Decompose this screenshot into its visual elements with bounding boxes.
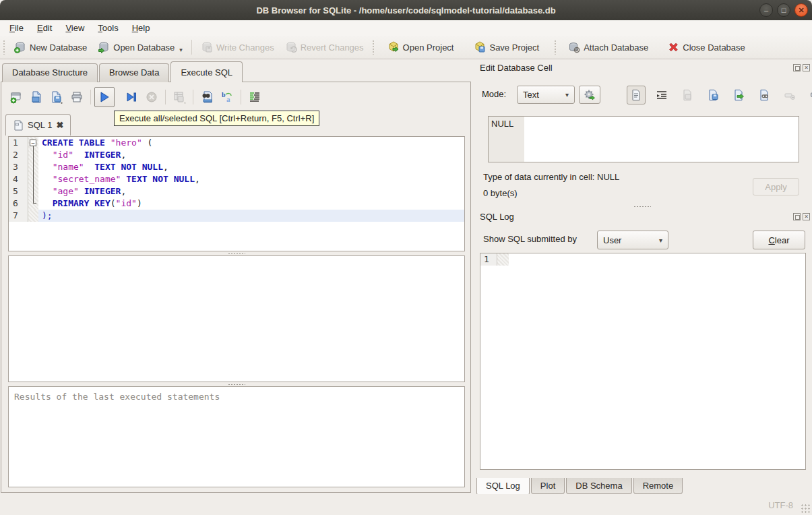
- fold-guide: [33, 173, 34, 185]
- code-text: "id" INTEGER,: [38, 149, 464, 161]
- menu-help[interactable]: Help: [125, 22, 157, 34]
- print-icon: [70, 90, 84, 104]
- chevron-down-icon: ▾: [565, 91, 569, 98]
- execute-sql-tooltip: Execute all/selected SQL [Ctrl+Return, F…: [114, 111, 319, 126]
- cell-value-editor[interactable]: NULL: [488, 116, 799, 162]
- fold-column[interactable]: [28, 149, 38, 161]
- new-sql-tab-button[interactable]: [6, 87, 26, 107]
- execute-current-line-button[interactable]: [121, 87, 142, 107]
- toolbar-handle[interactable]: [3, 40, 6, 55]
- tab-execute-sql[interactable]: Execute SQL: [170, 61, 243, 82]
- sql-tab-label: SQL 1: [28, 120, 52, 130]
- code-line: 1 − CREATE TABLE "hero" (: [9, 137, 464, 149]
- open-sql-file-button[interactable]: [26, 87, 46, 107]
- sql-document-icon: [13, 120, 24, 131]
- log-filter-value: User: [603, 235, 621, 245]
- log-filter-label: Show SQL submitted by: [483, 234, 577, 244]
- splitter-handle-icon: [228, 384, 245, 386]
- results-message[interactable]: Results of the last executed statements: [8, 386, 465, 487]
- save-project-label: Save Project: [489, 42, 539, 53]
- fold-guide: [33, 149, 34, 161]
- print-cell-button[interactable]: [806, 86, 812, 104]
- float-panel-icon[interactable]: [793, 213, 801, 220]
- gear-apply-icon: [584, 89, 596, 101]
- new-database-button[interactable]: New Database: [9, 38, 92, 56]
- close-database-button[interactable]: Close Database: [662, 38, 751, 56]
- fold-column[interactable]: [28, 185, 38, 198]
- sql-log-editor[interactable]: 1: [480, 253, 806, 470]
- execute-sql-button[interactable]: [94, 87, 115, 107]
- open-project-button[interactable]: Open Project: [382, 38, 460, 56]
- dock-tab-remote[interactable]: Remote: [633, 478, 683, 494]
- sql-tab-close-icon[interactable]: ✖: [56, 120, 63, 130]
- close-database-icon: [667, 41, 679, 53]
- svg-text:b: b: [222, 91, 226, 98]
- menu-file[interactable]: File: [3, 22, 30, 34]
- line-number: 3: [9, 161, 28, 173]
- fold-column[interactable]: [28, 210, 38, 222]
- open-as-link-button[interactable]: [755, 86, 774, 104]
- text-document-icon: [630, 89, 642, 101]
- write-changes-button[interactable]: Write Changes: [195, 38, 280, 56]
- format-sql-button[interactable]: [245, 87, 265, 107]
- open-database-button[interactable]: Open Database ▾: [92, 38, 188, 56]
- import-data-button[interactable]: [704, 86, 722, 104]
- stop-execution-button[interactable]: [142, 87, 162, 107]
- menu-tools[interactable]: Tools: [91, 22, 125, 34]
- fold-column[interactable]: [28, 198, 38, 210]
- float-panel-icon[interactable]: [793, 64, 801, 71]
- maximize-button[interactable]: □: [777, 3, 790, 17]
- close-panel-icon[interactable]: ✕: [803, 64, 810, 71]
- attach-database-button[interactable]: Attach Database: [563, 38, 654, 56]
- dock-splitter[interactable]: [541, 205, 743, 208]
- set-null-button[interactable]: [780, 86, 799, 104]
- word-wrap-button[interactable]: [652, 86, 671, 104]
- sql-code-editor[interactable]: 1 − CREATE TABLE "hero" ( 2 "id" INTEGER…: [8, 136, 465, 251]
- open-database-menu-arrow[interactable]: ▾: [179, 47, 183, 53]
- close-panel-icon[interactable]: ✕: [803, 213, 810, 220]
- log-filter-select[interactable]: User ▾: [597, 231, 668, 249]
- print-cell-icon: [809, 89, 812, 101]
- results-grid[interactable]: [8, 255, 465, 382]
- fold-column[interactable]: [28, 173, 38, 185]
- apply-button[interactable]: Apply: [753, 178, 799, 195]
- revert-changes-icon: [285, 41, 297, 53]
- fold-marker-icon[interactable]: −: [30, 140, 36, 146]
- dock-tab-plot[interactable]: Plot: [531, 478, 565, 494]
- cell-type-text: Type of data currently in cell: NULL: [483, 172, 619, 182]
- dock-tab-sql-log[interactable]: SQL Log: [476, 478, 530, 495]
- mode-select[interactable]: Text ▾: [517, 86, 575, 104]
- clear-log-button[interactable]: Clear: [753, 231, 805, 249]
- save-sql-file-button[interactable]: [46, 87, 67, 107]
- fold-column[interactable]: −: [28, 137, 38, 149]
- tab-browse-data[interactable]: Browse Data: [99, 63, 169, 82]
- sql-file-tab[interactable]: SQL 1 ✖: [5, 114, 71, 135]
- revert-changes-button[interactable]: Revert Changes: [280, 38, 369, 56]
- close-button[interactable]: ✕: [794, 3, 808, 17]
- print-sql-button[interactable]: [67, 87, 87, 107]
- stop-icon: [146, 91, 158, 103]
- right-dock: Edit Database Cell ✕ Mode: Text ▾: [474, 59, 812, 494]
- minimize-button[interactable]: –: [759, 3, 773, 17]
- tab-database-structure[interactable]: Database Structure: [2, 63, 98, 82]
- execute-sql-panel: ba Execute all/selected SQL [Ctrl+Return…: [1, 82, 471, 493]
- new-sql-tab-icon: [9, 90, 23, 104]
- auto-apply-button[interactable]: [579, 86, 600, 104]
- toolbar-handle[interactable]: [554, 40, 557, 55]
- menu-view[interactable]: View: [59, 22, 91, 34]
- replace-in-sql-button[interactable]: ba: [217, 87, 237, 107]
- resize-grip[interactable]: [801, 504, 810, 513]
- menu-edit[interactable]: Edit: [30, 22, 59, 34]
- fold-column[interactable]: [28, 161, 38, 173]
- save-cell-button[interactable]: [678, 86, 697, 104]
- find-in-sql-button[interactable]: [197, 87, 217, 107]
- encoding-indicator[interactable]: UTF-8: [768, 500, 793, 510]
- dock-tab-db-schema[interactable]: DB Schema: [566, 478, 631, 494]
- export-data-button[interactable]: [729, 86, 748, 104]
- save-project-button[interactable]: Save Project: [468, 38, 544, 56]
- text-mode-button[interactable]: [627, 86, 646, 104]
- titlebar[interactable]: DB Browser for SQLite - /home/user/code/…: [0, 0, 812, 20]
- toolbar-handle[interactable]: [372, 40, 375, 55]
- cell-value: NULL: [491, 119, 513, 129]
- save-results-button[interactable]: [169, 87, 189, 107]
